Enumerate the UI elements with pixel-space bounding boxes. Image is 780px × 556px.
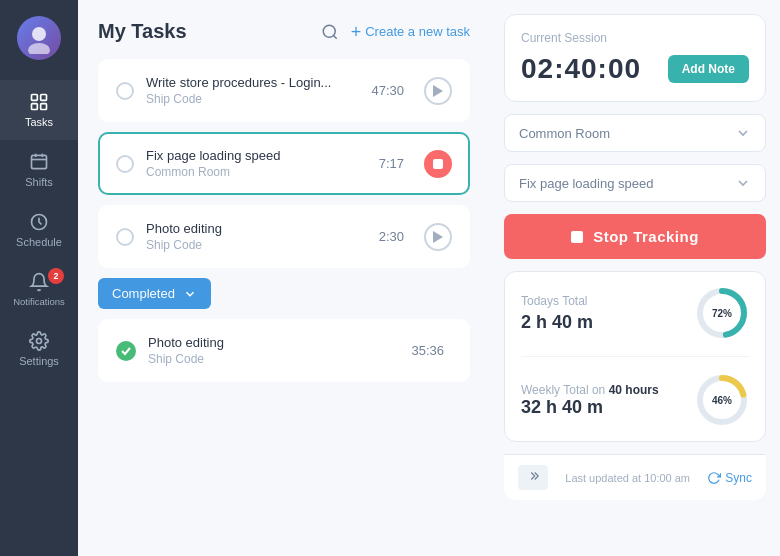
task-name-completed: Photo editing bbox=[148, 335, 399, 350]
sidebar-item-settings[interactable]: Settings bbox=[0, 319, 78, 379]
task-card-3: Photo editing Ship Code 2:30 bbox=[98, 205, 470, 268]
task-card-1: Write store procedures - Login... Ship C… bbox=[98, 59, 470, 122]
task-stop-button-2[interactable] bbox=[424, 150, 452, 178]
search-icon bbox=[321, 23, 339, 41]
project-select[interactable]: Common Room bbox=[504, 114, 766, 152]
completed-label: Completed bbox=[112, 286, 175, 301]
svg-line-13 bbox=[333, 35, 336, 38]
chevron-down-icon-task bbox=[735, 175, 751, 191]
chevron-down-icon-project bbox=[735, 125, 751, 141]
schedule-icon bbox=[29, 212, 49, 232]
task-project-1: Ship Code bbox=[146, 92, 359, 106]
task-radio-3[interactable] bbox=[116, 228, 134, 246]
task-info-completed: Photo editing Ship Code bbox=[148, 335, 399, 366]
todays-percent-label: 72% bbox=[712, 308, 732, 319]
task-check-icon bbox=[116, 341, 136, 361]
task-time-2: 7:17 bbox=[379, 156, 404, 171]
add-note-button[interactable]: Add Note bbox=[668, 55, 749, 83]
weekly-label: Weekly Total on 40 hours bbox=[521, 383, 659, 397]
last-updated-text: Last updated at 10:00 am bbox=[565, 472, 690, 484]
task-play-button-3[interactable] bbox=[424, 223, 452, 251]
svg-rect-6 bbox=[32, 155, 47, 168]
main-content: My Tasks + Create a new task Write store… bbox=[78, 0, 490, 556]
task-select-value: Fix page loading speed bbox=[519, 176, 653, 191]
svg-marker-14 bbox=[433, 85, 443, 97]
stop-icon-2 bbox=[433, 159, 443, 169]
task-project-completed: Ship Code bbox=[148, 352, 399, 366]
shifts-icon bbox=[29, 152, 49, 172]
svg-rect-4 bbox=[32, 104, 38, 110]
task-info-2: Fix page loading speed Common Room bbox=[146, 148, 367, 179]
task-project-2: Common Room bbox=[146, 165, 367, 179]
chevron-right-icon bbox=[526, 469, 540, 483]
chevron-down-icon bbox=[183, 287, 197, 301]
notifications-icon bbox=[29, 272, 49, 292]
task-info-3: Photo editing Ship Code bbox=[146, 221, 367, 252]
task-project-3: Ship Code bbox=[146, 238, 367, 252]
task-name-1: Write store procedures - Login... bbox=[146, 75, 359, 90]
svg-point-12 bbox=[323, 25, 335, 37]
sidebar-item-shifts[interactable]: Shifts bbox=[0, 140, 78, 200]
stat-divider bbox=[521, 356, 749, 357]
sidebar-item-schedule[interactable]: Schedule bbox=[0, 200, 78, 260]
todays-stat-info: Todays Total 2 h 40 m bbox=[521, 294, 593, 333]
weekly-value: 32 h 40 m bbox=[521, 397, 659, 418]
task-time-1: 47:30 bbox=[371, 83, 404, 98]
search-button[interactable] bbox=[321, 23, 339, 41]
session-timer: 02:40:00 bbox=[521, 53, 641, 85]
session-card: Current Session 02:40:00 Add Note bbox=[504, 14, 766, 102]
sidebar-settings-label: Settings bbox=[19, 355, 59, 367]
svg-point-1 bbox=[28, 43, 50, 54]
stop-square-icon bbox=[571, 231, 583, 243]
header: My Tasks + Create a new task bbox=[98, 20, 470, 43]
expand-button[interactable] bbox=[518, 465, 548, 490]
completed-dropdown-button[interactable]: Completed bbox=[98, 278, 211, 309]
tasks-icon bbox=[29, 92, 49, 112]
stats-card: Todays Total 2 h 40 m 72% Weekly Total o… bbox=[504, 271, 766, 442]
checkmark-icon bbox=[120, 345, 132, 357]
task-card-2: Fix page loading speed Common Room 7:17 bbox=[98, 132, 470, 195]
todays-label: Todays Total bbox=[521, 294, 593, 308]
session-label: Current Session bbox=[521, 31, 749, 45]
session-timer-row: 02:40:00 Add Note bbox=[521, 53, 749, 85]
todays-stat-row: Todays Total 2 h 40 m 72% bbox=[521, 286, 749, 340]
sync-button[interactable]: Sync bbox=[707, 471, 752, 485]
sidebar-item-notifications[interactable]: 2 Notifications bbox=[0, 260, 78, 319]
play-icon-3 bbox=[433, 231, 443, 243]
sidebar-schedule-label: Schedule bbox=[16, 236, 62, 248]
svg-rect-5 bbox=[41, 104, 47, 110]
sync-label: Sync bbox=[725, 471, 752, 485]
sidebar: Tasks Shifts Schedule 2 Notifications Se… bbox=[0, 0, 78, 556]
sidebar-item-tasks[interactable]: Tasks bbox=[0, 80, 78, 140]
svg-rect-2 bbox=[32, 95, 38, 101]
task-info-1: Write store procedures - Login... Ship C… bbox=[146, 75, 359, 106]
task-play-button-1[interactable] bbox=[424, 77, 452, 105]
sidebar-tasks-label: Tasks bbox=[25, 116, 53, 128]
task-time-completed: 35:36 bbox=[411, 343, 444, 358]
svg-rect-15 bbox=[433, 159, 443, 169]
svg-point-0 bbox=[32, 27, 46, 41]
project-select-value: Common Room bbox=[519, 126, 610, 141]
stop-tracking-button[interactable]: Stop Tracking bbox=[504, 214, 766, 259]
notification-badge: 2 bbox=[48, 268, 64, 284]
task-card-completed: Photo editing Ship Code 35:36 bbox=[98, 319, 470, 382]
bottom-bar: Last updated at 10:00 am Sync bbox=[504, 454, 766, 500]
stop-tracking-label: Stop Tracking bbox=[593, 228, 699, 245]
sidebar-shifts-label: Shifts bbox=[25, 176, 53, 188]
task-select[interactable]: Fix page loading speed bbox=[504, 164, 766, 202]
sync-icon bbox=[707, 471, 721, 485]
play-icon-1 bbox=[433, 85, 443, 97]
weekly-stat-row: Weekly Total on 40 hours 32 h 40 m 46% bbox=[521, 373, 749, 427]
task-radio-1[interactable] bbox=[116, 82, 134, 100]
svg-rect-3 bbox=[41, 95, 47, 101]
weekly-donut: 46% bbox=[695, 373, 749, 427]
page-title: My Tasks bbox=[98, 20, 309, 43]
create-task-button[interactable]: + Create a new task bbox=[351, 23, 470, 41]
svg-marker-16 bbox=[433, 231, 443, 243]
task-time-3: 2:30 bbox=[379, 229, 404, 244]
todays-value: 2 h 40 m bbox=[521, 312, 593, 333]
task-name-3: Photo editing bbox=[146, 221, 367, 236]
right-panel: Current Session 02:40:00 Add Note Common… bbox=[490, 0, 780, 556]
task-radio-2[interactable] bbox=[116, 155, 134, 173]
plus-icon: + bbox=[351, 23, 362, 41]
